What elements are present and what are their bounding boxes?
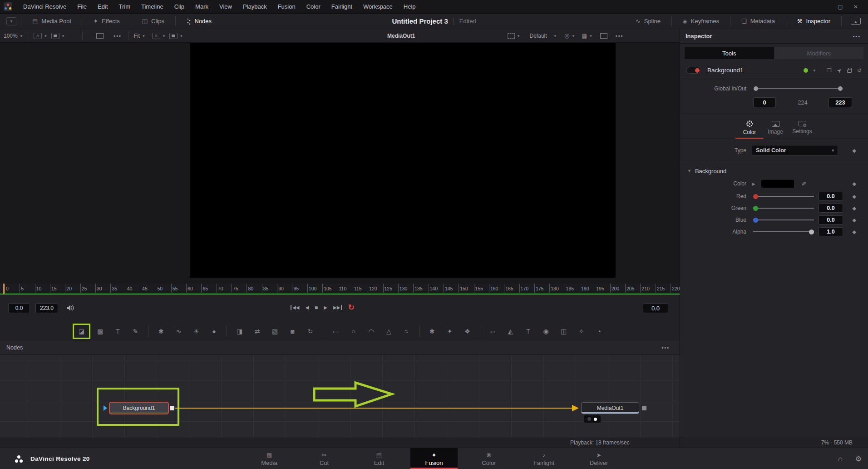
category-tab-color[interactable]: Color xyxy=(735,117,764,139)
stop-button[interactable]: ■ xyxy=(315,304,318,311)
ellipse-mask-tool[interactable]: ○ xyxy=(347,326,360,337)
menu-item-fairlight[interactable]: Fairlight xyxy=(326,0,358,14)
chevron-down-icon[interactable]: ▾ xyxy=(814,68,816,73)
loop-button[interactable]: ↻ xyxy=(348,303,354,312)
page-tab-deliver[interactable]: ➤Deliver xyxy=(575,448,622,469)
node-enable-toggle[interactable] xyxy=(686,67,701,74)
keyframe-diamond-icon[interactable]: ◆ xyxy=(853,194,856,200)
background1-output-port[interactable] xyxy=(170,406,174,410)
global-end-field[interactable]: 223 xyxy=(829,97,852,107)
merge-3d-tool[interactable]: ◉ xyxy=(540,326,552,337)
viewer-zoom-dropdown[interactable]: 100% ▾ xyxy=(4,33,22,39)
media-pool-button[interactable]: ▤Media Pool xyxy=(26,14,77,29)
clips-button[interactable]: ◫Clips xyxy=(136,14,171,29)
playhead[interactable] xyxy=(3,284,5,294)
global-start-field[interactable]: 0 xyxy=(753,97,776,107)
blue-value-field[interactable]: 0.0 xyxy=(819,215,843,225)
tab-tools[interactable]: Tools xyxy=(685,47,774,59)
viewport-image[interactable] xyxy=(190,43,616,278)
keyframe-diamond-icon[interactable]: ◆ xyxy=(853,205,856,211)
brightness-contrast-tool[interactable]: ☀ xyxy=(190,326,202,337)
keyframe-diamond-icon[interactable]: ◆ xyxy=(853,229,856,235)
shape-3d-tool[interactable]: ◭ xyxy=(504,326,517,337)
type-dropdown[interactable]: Solid Color ▾ xyxy=(752,145,838,156)
eyedropper-icon[interactable]: ✎ xyxy=(801,180,806,187)
audio-mute-icon[interactable] xyxy=(66,304,74,313)
slider-handle-start[interactable] xyxy=(754,86,758,91)
menu-item-file[interactable]: File xyxy=(72,0,92,14)
roi-icon[interactable] xyxy=(96,33,104,39)
camera-3d-tool[interactable]: ◫ xyxy=(557,326,570,337)
text-plus-tool[interactable]: T xyxy=(112,326,124,337)
red-slider[interactable] xyxy=(753,194,814,199)
dissolve-tool[interactable]: ⇄ xyxy=(251,326,263,337)
viewer-buffer2-dropdown[interactable]: ▾ xyxy=(169,33,182,39)
pin-icon[interactable]: ➤ xyxy=(835,66,843,74)
node-color-dot[interactable] xyxy=(804,68,808,73)
go-to-first-frame-button[interactable]: ◀◀ xyxy=(291,305,299,310)
green-value-field[interactable]: 0.0 xyxy=(819,204,843,213)
red-slider-handle[interactable] xyxy=(753,194,758,199)
inspector-button[interactable]: ⚒Inspector xyxy=(791,14,837,29)
viewer-left-options-menu[interactable]: ••• xyxy=(113,33,122,39)
green-slider-handle[interactable] xyxy=(753,206,758,211)
alpha-value-field[interactable]: 1.0 xyxy=(819,227,843,236)
viewer-fit-dropdown[interactable]: Fit ▾ xyxy=(134,33,145,39)
viewer-channel-a2-dropdown[interactable]: A ▾ xyxy=(152,33,165,39)
effects-button[interactable]: ✦Effects xyxy=(87,14,126,29)
range-start-field[interactable]: 0.0 xyxy=(8,303,30,313)
menu-item-playback[interactable]: Playback xyxy=(237,0,272,14)
magic-wand-mask-tool[interactable]: ≈ xyxy=(400,326,413,337)
checker-underlay-icon[interactable]: ▦ xyxy=(582,32,587,39)
inspector-options-menu[interactable]: ••• xyxy=(853,34,868,39)
mediaout1-output-port[interactable] xyxy=(642,406,646,410)
fast-noise-tool[interactable]: ▩ xyxy=(94,326,106,337)
lut-dropdown[interactable]: Default xyxy=(530,33,547,39)
keyframe-diamond-icon[interactable]: ◆ xyxy=(853,181,856,187)
metadata-button[interactable]: ❏Metadata xyxy=(735,14,781,29)
global-in-out-slider[interactable] xyxy=(754,86,843,91)
expand-arrow-icon[interactable]: ▶ xyxy=(752,181,755,186)
page-tab-edit[interactable]: ▤Edit xyxy=(355,448,403,469)
node-background1[interactable]: Background1 xyxy=(109,402,169,414)
page-tab-cut[interactable]: ✂Cut xyxy=(301,448,348,469)
maximize-button[interactable]: ▢ xyxy=(834,4,846,10)
matte-control-tool[interactable]: ▧ xyxy=(269,326,281,337)
menu-item-clip[interactable]: Clip xyxy=(169,0,190,14)
gear-icon[interactable]: ⚙ xyxy=(855,454,862,463)
color-swatch[interactable] xyxy=(761,179,795,188)
node-mediaout1[interactable]: MediaOut1 xyxy=(581,402,639,414)
reset-icon[interactable]: ↺ xyxy=(857,67,862,74)
home-icon[interactable]: ⌂ xyxy=(838,455,843,463)
bspline-mask-tool[interactable]: ◠ xyxy=(365,326,377,337)
spline-button[interactable]: ∿Spline xyxy=(629,14,667,29)
menu-item-color[interactable]: Color xyxy=(301,0,326,14)
polygon-mask-tool[interactable]: △ xyxy=(383,326,395,337)
menu-item-trim[interactable]: Trim xyxy=(113,0,136,14)
page-tab-fusion[interactable]: ✦Fusion xyxy=(410,448,458,469)
viewer-right-options-menu[interactable]: ••• xyxy=(616,33,624,39)
versions-icon[interactable]: ❐ xyxy=(827,67,832,74)
delta-keyer-tool[interactable]: ◙ xyxy=(286,326,299,337)
image-plane-3d-tool[interactable]: ▱ xyxy=(487,326,499,337)
viewer-buffer-dropdown[interactable]: ▾ xyxy=(51,33,64,39)
transform-tool[interactable]: ↻ xyxy=(304,326,316,337)
blue-slider-handle[interactable] xyxy=(753,218,758,223)
keyframe-diamond-icon[interactable]: ◆ xyxy=(853,148,856,154)
color-corrector-tool[interactable]: ✱ xyxy=(155,326,167,337)
nodes-button[interactable]: ⢕Nodes xyxy=(180,14,218,29)
particle-merge-tool[interactable]: ✦ xyxy=(444,326,456,337)
color-controls-icon[interactable]: ◎ xyxy=(564,32,569,39)
page-tab-fairlight[interactable]: ♪Fairlight xyxy=(520,448,567,469)
play-button[interactable]: ▶ xyxy=(324,305,327,310)
viewer2-dot[interactable] xyxy=(594,418,597,421)
merge-tool[interactable]: ◨ xyxy=(233,326,246,337)
menu-item-workspace[interactable]: Workspace xyxy=(358,0,398,14)
background-section-header[interactable]: ▼ Background xyxy=(680,165,868,177)
slider-handle-end[interactable] xyxy=(838,86,843,91)
menu-item-view[interactable]: View xyxy=(214,0,237,14)
blur-tool[interactable]: ● xyxy=(208,326,220,337)
current-frame-field[interactable]: 0.0 xyxy=(643,303,668,313)
minimize-button[interactable]: – xyxy=(819,4,831,10)
node-graph[interactable]: Background1 MediaOut1 xyxy=(0,354,680,438)
